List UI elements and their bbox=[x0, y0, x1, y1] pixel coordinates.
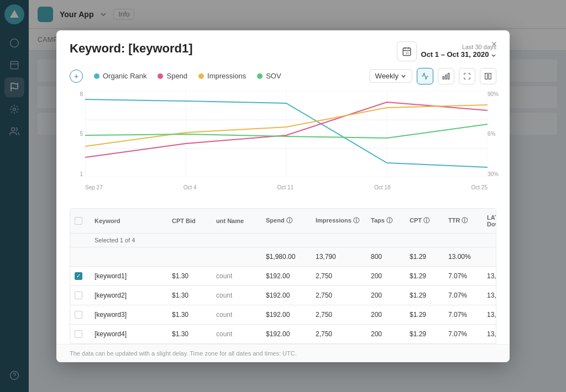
summary-account-cell bbox=[212, 247, 261, 266]
x-axis-labels: Sep 27 Oct 4 Oct 11 Oct 18 Oct 25 bbox=[85, 184, 488, 190]
svg-rect-16 bbox=[443, 76, 444, 79]
row2-keyword: [keyword2] bbox=[90, 286, 167, 305]
chart-controls: Weekly bbox=[369, 68, 496, 84]
th-ttr: TTR ⓘ bbox=[444, 209, 483, 233]
th-checkbox bbox=[70, 209, 90, 233]
modal-title: Keyword: [keyword1] bbox=[70, 41, 193, 56]
line-chart-button[interactable] bbox=[417, 68, 433, 84]
row2-spend: $192.00 bbox=[261, 286, 311, 305]
row1-spend: $192.00 bbox=[261, 267, 311, 285]
summary-keyword-cell bbox=[90, 247, 167, 266]
svg-rect-15 bbox=[446, 75, 447, 79]
date-range-section: 31 Last 30 days Oct 1 – Oct 31, 2020 bbox=[397, 41, 496, 61]
row4-account: count bbox=[212, 325, 261, 343]
row1-cpt: $1.29 bbox=[405, 267, 444, 285]
svg-rect-14 bbox=[448, 73, 449, 79]
calendar-icon: 31 bbox=[397, 41, 417, 61]
row3-bid: $1.30 bbox=[167, 305, 212, 324]
selected-count-label: Selected 1 of 4 bbox=[70, 234, 496, 247]
row4-lat: 13,2 bbox=[483, 325, 496, 343]
summary-impressions: 13,790 bbox=[311, 247, 366, 266]
y-axis-right: 90% 6% 30% bbox=[488, 91, 507, 177]
row3-checkbox-input[interactable] bbox=[75, 311, 82, 319]
summary-ttr: 13.00% bbox=[444, 247, 483, 266]
row1-lat: 13,2 bbox=[483, 267, 496, 285]
th-impressions: Impressions ⓘ bbox=[311, 209, 366, 233]
th-spend: Spend ⓘ bbox=[261, 209, 311, 233]
footer-note: The data can be updated with a slight de… bbox=[56, 344, 510, 362]
keyword-modal: Keyword: [keyword1] 31 Last 30 days Oct … bbox=[56, 30, 510, 362]
row1-impressions: 2,750 bbox=[311, 267, 366, 285]
row2-ttr: 7.07% bbox=[444, 286, 483, 305]
keywords-table: Keyword CPT Bid unt Name Spend ⓘ Impress… bbox=[70, 208, 496, 344]
row4-taps: 200 bbox=[366, 325, 405, 343]
row4-checkbox[interactable] bbox=[70, 325, 90, 343]
row4-bid: $1.30 bbox=[167, 325, 212, 343]
modal-overlay: Keyword: [keyword1] 31 Last 30 days Oct … bbox=[0, 0, 566, 392]
close-button[interactable]: × bbox=[488, 38, 501, 51]
table-row: [keyword2] $1.30 count $192.00 2,750 200… bbox=[70, 286, 496, 305]
date-range-value[interactable]: Oct 1 – Oct 31, 2020 bbox=[421, 50, 496, 59]
y-axis-left: 8 5 1 bbox=[70, 91, 83, 177]
modal-header: Keyword: [keyword1] 31 Last 30 days Oct … bbox=[56, 30, 510, 61]
th-account: unt Name bbox=[212, 209, 261, 233]
row2-checkbox[interactable] bbox=[70, 286, 90, 305]
th-cpt-bid: CPT Bid bbox=[167, 209, 212, 233]
row2-bid: $1.30 bbox=[167, 286, 212, 305]
legend-dot-sov bbox=[257, 73, 263, 79]
row3-account: count bbox=[212, 305, 261, 324]
svg-text:31: 31 bbox=[405, 51, 408, 55]
legend-impressions[interactable]: Impressions bbox=[198, 72, 246, 80]
row2-taps: 200 bbox=[366, 286, 405, 305]
row1-ttr: 7.07% bbox=[444, 267, 483, 285]
row4-keyword: [keyword4] bbox=[90, 325, 167, 343]
columns-button[interactable] bbox=[480, 68, 496, 84]
table-row: ✓ [keyword1] $1.30 count $192.00 2,750 2… bbox=[70, 267, 496, 286]
chart-container: 8 5 1 90% 6% 30% bbox=[85, 91, 488, 190]
row2-checkbox-input[interactable] bbox=[75, 292, 82, 299]
row3-checkbox[interactable] bbox=[70, 305, 90, 324]
chart-svg bbox=[85, 91, 488, 177]
period-select[interactable]: Weekly bbox=[369, 69, 412, 83]
summary-cpt: $1.29 bbox=[405, 247, 444, 266]
row3-taps: 200 bbox=[366, 305, 405, 324]
row4-cpt: $1.29 bbox=[405, 325, 444, 343]
chart-legend-row: + Organic Rank Spend Impressions SOV Wee… bbox=[56, 61, 510, 91]
th-lat: LAT On Downlo... bbox=[483, 209, 496, 233]
row4-checkbox-input[interactable] bbox=[75, 330, 82, 338]
svg-rect-18 bbox=[489, 73, 491, 79]
row1-taps: 200 bbox=[366, 267, 405, 285]
row3-ttr: 7.07% bbox=[444, 305, 483, 324]
row4-spend: $192.00 bbox=[261, 325, 311, 343]
summary-taps: 800 bbox=[366, 247, 405, 266]
legend-spend[interactable]: Spend bbox=[158, 72, 187, 80]
row3-cpt: $1.29 bbox=[405, 305, 444, 324]
legend-dot-organic-rank bbox=[94, 73, 99, 79]
legend-dot-impressions bbox=[198, 73, 204, 79]
table-header: Keyword CPT Bid unt Name Spend ⓘ Impress… bbox=[70, 209, 496, 234]
expand-button[interactable] bbox=[459, 68, 475, 84]
row1-checkbox[interactable]: ✓ bbox=[70, 267, 90, 285]
row1-checkbox-input[interactable]: ✓ bbox=[75, 272, 82, 280]
row1-bid: $1.30 bbox=[167, 267, 212, 285]
table-row: [keyword4] $1.30 count $192.00 2,750 200… bbox=[70, 325, 496, 343]
th-taps: Taps ⓘ bbox=[366, 209, 405, 233]
row2-cpt: $1.29 bbox=[405, 286, 444, 305]
row4-impressions: 2,750 bbox=[311, 325, 366, 343]
summary-checkbox-cell bbox=[70, 247, 90, 266]
legend-dot-spend bbox=[158, 73, 163, 79]
select-all-checkbox[interactable] bbox=[75, 217, 82, 225]
bar-chart-button[interactable] bbox=[438, 68, 454, 84]
summary-lat bbox=[483, 247, 496, 266]
table-summary-row: $1,980.00 13,790 800 $1.29 13.00% bbox=[70, 247, 496, 267]
add-metric-button[interactable]: + bbox=[70, 70, 83, 83]
row4-ttr: 7.07% bbox=[444, 325, 483, 343]
row2-lat: 13,2 bbox=[483, 286, 496, 305]
row2-account: count bbox=[212, 286, 261, 305]
row1-keyword: [keyword1] bbox=[90, 267, 167, 285]
row3-impressions: 2,750 bbox=[311, 305, 366, 324]
legend-organic-rank[interactable]: Organic Rank bbox=[94, 72, 146, 80]
row3-lat: 13,2 bbox=[483, 305, 496, 324]
legend-sov[interactable]: SOV bbox=[257, 72, 281, 80]
row3-keyword: [keyword3] bbox=[90, 305, 167, 324]
